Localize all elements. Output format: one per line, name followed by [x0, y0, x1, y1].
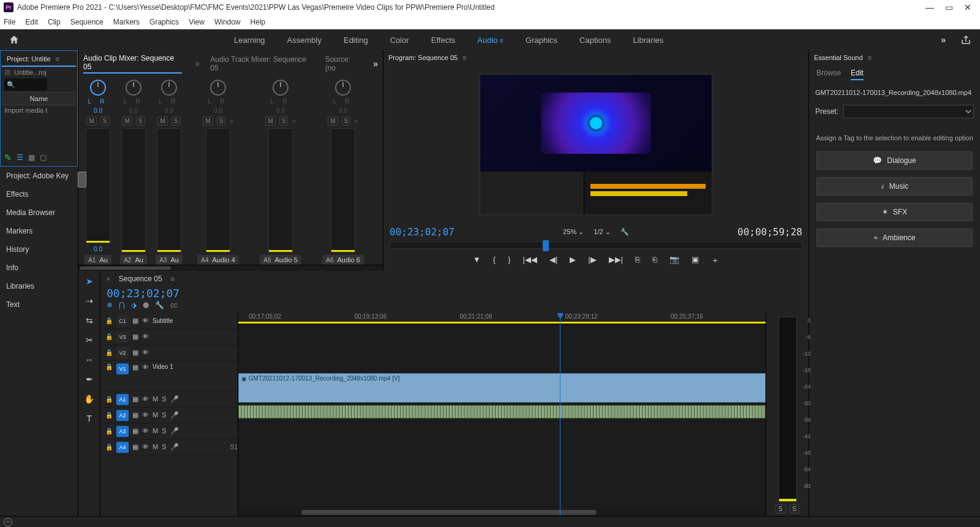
channel-write[interactable]: ○ [229, 118, 233, 124]
tag-dialogue-button[interactable]: 💬Dialogue [816, 151, 973, 170]
go-to-in-button[interactable]: |◀◀ [523, 255, 537, 266]
mute-button[interactable]: M [122, 116, 132, 126]
sync-lock-icon[interactable]: ▦ [132, 333, 138, 341]
overflow-button[interactable]: » [941, 35, 946, 45]
sync-lock-icon[interactable]: ▦ [132, 363, 138, 371]
mute-button[interactable]: M [265, 116, 275, 126]
workspace-learning[interactable]: Learning [234, 33, 265, 47]
channel-label[interactable]: A5Audio 5 [260, 255, 301, 265]
lift-button[interactable]: ⎘ [635, 255, 640, 266]
lock-icon[interactable]: 🔒 [105, 349, 113, 356]
toggle-output-icon[interactable]: 👁 [142, 349, 149, 357]
comparison-button[interactable]: ▣ [692, 255, 699, 266]
pan-knob[interactable] [90, 80, 106, 96]
tag-sfx-button[interactable]: ✶SFX [816, 203, 973, 221]
track-target[interactable]: V3 [116, 332, 129, 343]
mic-icon[interactable]: 🎤 [170, 411, 179, 419]
audio-track-header-a3[interactable]: 🔒 A3 ▦👁MS🎤 [100, 423, 238, 439]
menu-sequence[interactable]: Sequence [70, 18, 104, 26]
sequence-tab[interactable]: Sequence 05 [119, 275, 162, 283]
preset-select[interactable] [843, 105, 974, 118]
pan-knob[interactable] [273, 80, 288, 96]
snap-icon[interactable]: ❄ [107, 301, 113, 309]
video-track-header-v1[interactable]: 🔒 V1 ▦👁 Video 1 [100, 361, 238, 392]
project-bin[interactable]: Untitle...roj [14, 69, 47, 76]
export-frame-button[interactable]: 📷 [669, 255, 679, 266]
hand-tool[interactable]: ✋ [83, 392, 96, 406]
workspace-assembly[interactable]: Assembly [287, 33, 322, 47]
tag-ambience-button[interactable]: ≈Ambience [816, 229, 973, 247]
toggle-output-icon[interactable]: 👁 [142, 411, 149, 419]
workspace-color[interactable]: Color [390, 33, 409, 47]
marker-icon[interactable]: ⬣ [143, 301, 149, 309]
mute-button[interactable]: M [157, 116, 167, 126]
selection-tool[interactable]: ➤ [83, 275, 96, 288]
audio-clip[interactable] [238, 405, 766, 419]
workspace-effects[interactable]: Effects [431, 33, 456, 47]
slip-tool[interactable]: ↔ [83, 353, 96, 366]
toggle-output-icon[interactable]: 👁 [142, 317, 149, 325]
wrench-icon[interactable]: 🔧 [155, 301, 164, 309]
menu-markers[interactable]: Markers [113, 18, 140, 26]
track-target[interactable]: V1 [116, 363, 129, 374]
sync-lock-icon[interactable]: ▦ [132, 443, 138, 451]
menu-edit[interactable]: Edit [25, 18, 38, 26]
track-target[interactable]: A3 [116, 426, 129, 437]
es-edit-tab[interactable]: Edit [851, 69, 864, 80]
audio-track-header-a2[interactable]: 🔒 A2 ▦👁MS🎤 [100, 408, 238, 423]
project-search[interactable] [4, 78, 47, 91]
es-browse-tab[interactable]: Browse [816, 69, 841, 80]
mic-icon[interactable]: 🎤 [170, 443, 179, 451]
menu-file[interactable]: File [4, 18, 15, 26]
tab-history[interactable]: History [0, 240, 78, 259]
ripple-sequence-icon[interactable]: ⬗ [131, 301, 137, 309]
linked-selection-icon[interactable]: ⋂ [119, 301, 125, 309]
sync-lock-icon[interactable]: ▦ [132, 427, 138, 435]
toggle-output-icon[interactable]: 👁 [142, 395, 149, 403]
channel-label[interactable]: A6Audio 6 [322, 255, 364, 265]
solo-button[interactable]: S [172, 116, 181, 126]
video-track-header-v3[interactable]: 🔒 V3 ▦👁 [100, 329, 238, 345]
menu-help[interactable]: Help [251, 18, 266, 26]
solo-right[interactable]: S [790, 504, 800, 514]
lock-icon[interactable]: 🔒 [105, 333, 113, 340]
channel-label[interactable]: A2Au [120, 255, 147, 265]
pen-tool[interactable]: ✒ [83, 373, 96, 386]
fader[interactable] [78, 172, 86, 188]
project-item[interactable]: Import media t [2, 105, 76, 150]
pan-knob[interactable] [210, 80, 226, 96]
toggle-output-icon[interactable]: 👁 [142, 443, 149, 451]
mixer-overflow[interactable]: » [373, 59, 378, 69]
mark-in-button[interactable]: { [493, 255, 496, 266]
channel-label[interactable]: A3Au [156, 255, 183, 265]
tab-text[interactable]: Text [0, 295, 78, 314]
creative-cloud-icon[interactable]: ∞ [4, 518, 12, 526]
track-target[interactable]: V2 [116, 347, 129, 358]
mic-icon[interactable]: 🎤 [170, 427, 179, 435]
mixer-tab-source[interactable]: Source: (no [325, 55, 363, 72]
project-tab[interactable]: Project: Untitle≡ [2, 52, 76, 67]
add-marker-button[interactable]: ▼ [473, 255, 481, 266]
video-clip[interactable]: ▣ GMT20211012-170013_Recording_2048x1080… [238, 373, 766, 403]
solo-left[interactable]: S [775, 504, 786, 514]
menu-view[interactable]: View [189, 18, 205, 26]
solo-button[interactable]: S [342, 116, 351, 126]
close-button[interactable]: ✕ [964, 2, 971, 12]
solo-button[interactable]: S [279, 116, 288, 126]
tab-effects[interactable]: Effects [0, 185, 78, 203]
menu-clip[interactable]: Clip [48, 18, 61, 26]
mic-icon[interactable]: 🎤 [170, 395, 179, 403]
workspace-audio[interactable]: Audio [477, 33, 503, 47]
track-target[interactable]: A4 [116, 442, 129, 453]
ripple-tool[interactable]: ⇆ [83, 314, 96, 327]
sync-lock-icon[interactable]: ▦ [132, 411, 138, 419]
video-track-header-c1[interactable]: 🔒 C1 ▦👁 Subtitle [100, 313, 238, 329]
go-to-out-button[interactable]: ▶▶| [609, 255, 623, 266]
mute-button[interactable]: M [328, 116, 337, 126]
timeline-timecode[interactable]: 00;23;02;07 [107, 287, 179, 300]
tab-project-adobe[interactable]: Project: Adobe Key [0, 167, 78, 185]
button-editor[interactable]: ＋ [711, 255, 719, 266]
step-back-button[interactable]: ◀| [549, 255, 557, 266]
mute-button[interactable]: M [203, 116, 213, 126]
menu-window[interactable]: Window [214, 18, 241, 26]
